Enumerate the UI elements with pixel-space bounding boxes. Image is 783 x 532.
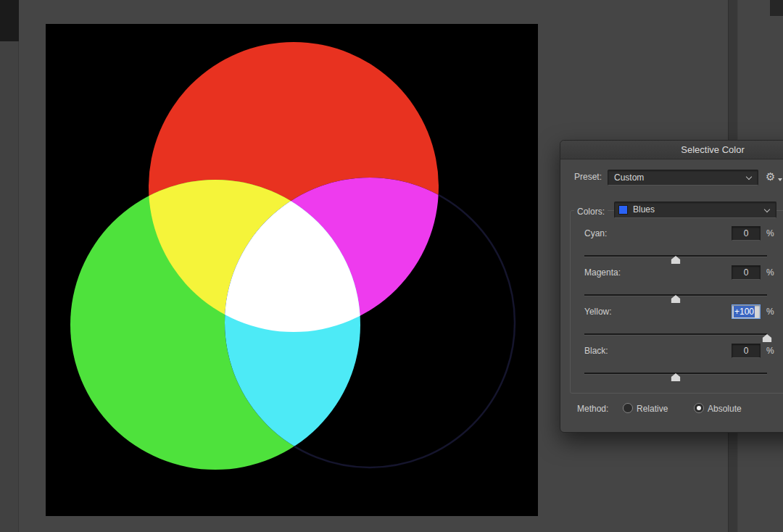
colors-dropdown[interactable]: Blues [614,201,776,218]
dialog-titlebar[interactable]: Selective Color [560,141,783,159]
cyan-slider-thumb[interactable] [671,256,681,264]
yellow-slider-track[interactable] [584,333,767,335]
preset-label: Preset: [560,170,602,184]
black-slider-thumb[interactable] [671,373,681,381]
colors-value: Blues [633,202,655,217]
magenta-value-input[interactable]: 0 [732,265,761,280]
preset-options-button[interactable]: ⚙ [766,169,783,185]
preset-dropdown[interactable]: Custom [608,170,758,186]
magenta-unit: % [766,265,774,280]
magenta-slider[interactable] [584,294,767,304]
preset-value: Custom [614,170,644,185]
venn-diagram [46,24,538,516]
black-slider[interactable] [584,373,767,383]
dialog-title: Selective Color [681,144,744,155]
black-value-input[interactable]: 0 [732,344,761,358]
yellow-slider[interactable] [584,333,767,344]
cyan-slider[interactable] [584,255,767,265]
gear-icon: ⚙ [766,170,775,183]
cyan-value-input[interactable]: 0 [732,226,761,241]
method-relative-label[interactable]: Relative [637,402,668,415]
colors-label: Colors: [574,204,608,219]
tools-panel-edge [0,0,19,532]
chevron-down-icon [746,174,752,180]
method-absolute-label[interactable]: Absolute [708,402,742,415]
black-unit: % [766,344,774,358]
black-label: Black: [584,344,608,358]
chevron-down-icon [778,178,782,181]
magenta-label: Magenta: [584,265,621,280]
cyan-unit: % [766,226,774,241]
method-radio-relative[interactable] [623,403,633,413]
method-radio-absolute[interactable] [694,403,704,413]
chevron-down-icon [764,207,770,212]
cyan-label: Cyan: [584,226,607,241]
yellow-label: Yellow: [584,304,612,319]
document-canvas[interactable] [46,24,538,516]
blues-color-swatch [618,205,628,215]
method-label: Method: [577,402,608,416]
scrollbar-corner [770,0,783,16]
yellow-value-input[interactable]: +100 [732,304,761,319]
yellow-unit: % [766,304,774,319]
tools-panel-corner [0,0,19,41]
selective-color-dialog: Selective Color Preset: Custom ⚙ Colors:… [560,140,783,433]
magenta-slider-thumb[interactable] [671,295,681,303]
